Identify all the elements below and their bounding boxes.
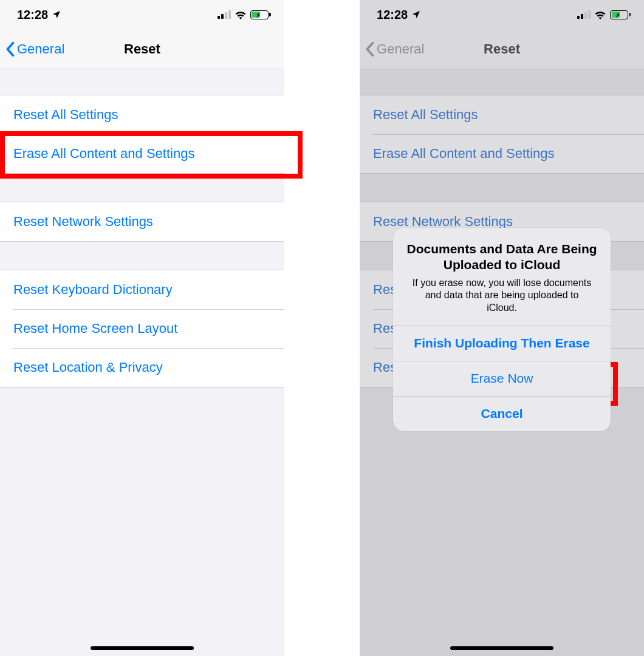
alert-button-label: Erase Now (471, 371, 533, 386)
row-label: Reset All Settings (373, 107, 478, 123)
row-label: Erase All Content and Settings (373, 146, 554, 162)
row-label: Reset All Settings (13, 107, 118, 123)
group-1: Reset All Settings Erase All Content and… (0, 95, 284, 174)
status-right: ⚡︎ (577, 10, 631, 19)
alert-button-label: Finish Uploading Then Erase (414, 336, 589, 350)
row-label: Reset Location & Privacy (13, 360, 163, 375)
spacer (0, 69, 284, 95)
row-reset-home-screen[interactable]: Reset Home Screen Layout (0, 309, 284, 348)
nav-bar: General Reset (0, 29, 284, 69)
alert-button-finish-uploading[interactable]: Finish Uploading Then Erase (393, 326, 611, 361)
battery-icon: ⚡︎ (250, 10, 271, 19)
back-label: General (377, 41, 424, 57)
row-reset-all-settings[interactable]: Reset All Settings (0, 95, 284, 134)
alert-message: If you erase now, you will lose document… (405, 277, 598, 315)
phone-screen-left: 12:28 ⚡︎ General Reset Reset All Setti (0, 0, 284, 656)
alert-body: Documents and Data Are Being Uploaded to… (393, 228, 611, 326)
home-indicator[interactable] (91, 646, 194, 650)
row-erase-all-content[interactable]: Erase All Content and Settings (0, 134, 284, 173)
status-time: 12:28 (17, 8, 48, 22)
alert-button-erase-now[interactable]: Erase Now (393, 361, 611, 396)
spacer (360, 174, 644, 202)
row-label: Reset Keyboard Dictionary (13, 282, 173, 298)
spacer (0, 174, 284, 202)
location-icon (411, 10, 421, 19)
row-label: Erase All Content and Settings (13, 146, 194, 162)
row-label: Reset Home Screen Layout (13, 321, 177, 337)
cellular-icon (218, 10, 231, 19)
battery-icon: ⚡︎ (610, 10, 631, 19)
chevron-left-icon (6, 41, 16, 58)
spacer (360, 69, 644, 95)
status-bar: 12:28 ⚡︎ (0, 0, 284, 29)
alert-button-cancel[interactable]: Cancel (393, 396, 611, 431)
status-bar: 12:28 ⚡︎ (360, 0, 644, 29)
wifi-icon (594, 10, 606, 19)
back-button: General (366, 41, 424, 58)
back-label: General (17, 41, 64, 57)
row-reset-network[interactable]: Reset Network Settings (0, 202, 284, 241)
group-1: Reset All Settings Erase All Content and… (360, 95, 644, 174)
alert-button-label: Cancel (481, 406, 523, 421)
nav-bar: General Reset (360, 29, 644, 69)
status-left: 12:28 (377, 8, 421, 22)
status-right: ⚡︎ (218, 10, 271, 19)
alert-dialog: Documents and Data Are Being Uploaded to… (393, 228, 611, 431)
group-2: Reset Network Settings (0, 202, 284, 242)
status-time: 12:28 (377, 8, 408, 22)
gap (323, 0, 360, 656)
row-reset-all-settings: Reset All Settings (360, 95, 644, 134)
cellular-icon (577, 10, 591, 19)
back-button[interactable]: General (6, 41, 64, 58)
wifi-icon (235, 10, 247, 19)
row-erase-all-content: Erase All Content and Settings (360, 134, 644, 173)
phone-screen-right: 12:28 ⚡︎ General Reset Reset All Setti (360, 0, 644, 656)
status-left: 12:28 (17, 8, 61, 22)
spacer (0, 242, 284, 270)
row-label: Reset Network Settings (13, 214, 153, 230)
home-indicator[interactable] (450, 646, 553, 650)
chevron-left-icon (366, 41, 375, 58)
row-reset-keyboard[interactable]: Reset Keyboard Dictionary (0, 270, 284, 309)
row-reset-location-privacy[interactable]: Reset Location & Privacy (0, 348, 284, 387)
location-icon (52, 10, 61, 19)
alert-title: Documents and Data Are Being Uploaded to… (405, 241, 598, 273)
group-3: Reset Keyboard Dictionary Reset Home Scr… (0, 270, 284, 388)
